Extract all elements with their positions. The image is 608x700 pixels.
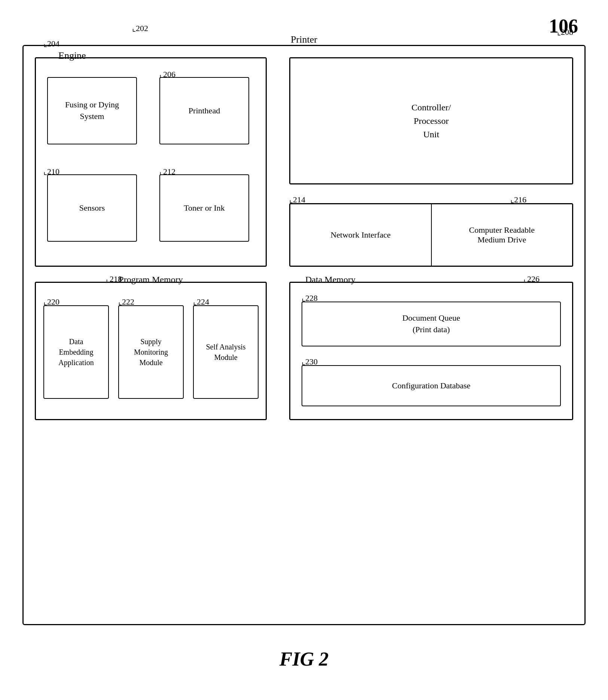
toner-box: Toner or Ink bbox=[159, 174, 249, 242]
config-db-label: Configuration Database bbox=[392, 381, 471, 391]
network-label: Network Interface bbox=[330, 230, 391, 240]
ref-212: ⌞212 bbox=[159, 167, 175, 177]
data-embedding-box: DataEmbeddingApplication bbox=[43, 305, 109, 399]
ref-230: ⌞230 bbox=[302, 357, 318, 367]
fusing-label: Fusing or DyingSystem bbox=[65, 99, 119, 122]
fig-label: FIG 2 bbox=[279, 648, 329, 670]
net-crm-row: Network Interface Computer ReadableMediu… bbox=[289, 203, 573, 267]
ref-202: ⌞202 bbox=[132, 24, 148, 33]
printhead-label: Printhead bbox=[189, 106, 220, 116]
program-memory-label: Program Memory bbox=[119, 275, 183, 285]
fusing-box: Fusing or DyingSystem bbox=[47, 77, 137, 144]
ref-228: ⌞228 bbox=[302, 293, 318, 303]
engine-label: Engine bbox=[58, 50, 86, 61]
config-db-box: Configuration Database bbox=[302, 365, 561, 406]
sensors-label: Sensors bbox=[79, 203, 105, 213]
network-interface-box: Network Interface bbox=[290, 204, 432, 266]
controller-box: Controller/ProcessorUnit bbox=[289, 57, 573, 184]
ref-208: ⌞208 bbox=[557, 27, 573, 37]
ref-220: ⌞220 bbox=[43, 297, 59, 307]
document-queue-label: Document Queue(Print data) bbox=[402, 312, 460, 336]
self-analysis-box: Self AnalysisModule bbox=[193, 305, 259, 399]
supply-monitoring-label: SupplyMonitoringModule bbox=[134, 336, 168, 368]
data-embedding-label: DataEmbeddingApplication bbox=[58, 336, 94, 368]
ref-204: ⌞204 bbox=[43, 39, 59, 49]
ref-224: ⌞224 bbox=[193, 297, 209, 307]
data-memory-label: Data Memory bbox=[305, 275, 355, 285]
engine-box: Engine ⌞204 Fusing or DyingSystem Printh… bbox=[35, 57, 267, 267]
printhead-box: Printhead bbox=[159, 77, 249, 144]
ref-210: ⌞210 bbox=[43, 167, 59, 177]
crm-label: Computer ReadableMedium Drive bbox=[469, 225, 535, 245]
crm-box: Computer ReadableMedium Drive bbox=[432, 204, 572, 266]
ref-226: ⌞226 bbox=[523, 274, 540, 284]
program-memory-box: Program Memory DataEmbeddingApplication … bbox=[35, 282, 267, 420]
controller-label: Controller/ProcessorUnit bbox=[412, 101, 451, 141]
document-queue-box: Document Queue(Print data) bbox=[302, 302, 561, 346]
diagram-container: Printer ⌞202 Engine ⌞204 Fusing or Dying… bbox=[22, 45, 586, 625]
self-analysis-label: Self AnalysisModule bbox=[206, 342, 245, 363]
ref-218: ⌞218 bbox=[106, 274, 122, 284]
ref-214: ⌞214 bbox=[289, 195, 305, 205]
data-memory-box: Data Memory Document Queue(Print data) ⌞… bbox=[289, 282, 573, 420]
sensors-box: Sensors bbox=[47, 174, 137, 242]
ref-206: ⌞206 bbox=[159, 70, 175, 79]
printer-label: Printer bbox=[291, 34, 317, 45]
ref-216: ⌞216 bbox=[510, 195, 526, 205]
supply-monitoring-box: SupplyMonitoringModule bbox=[118, 305, 184, 399]
toner-label: Toner or Ink bbox=[184, 203, 225, 213]
ref-222: ⌞222 bbox=[118, 297, 134, 307]
